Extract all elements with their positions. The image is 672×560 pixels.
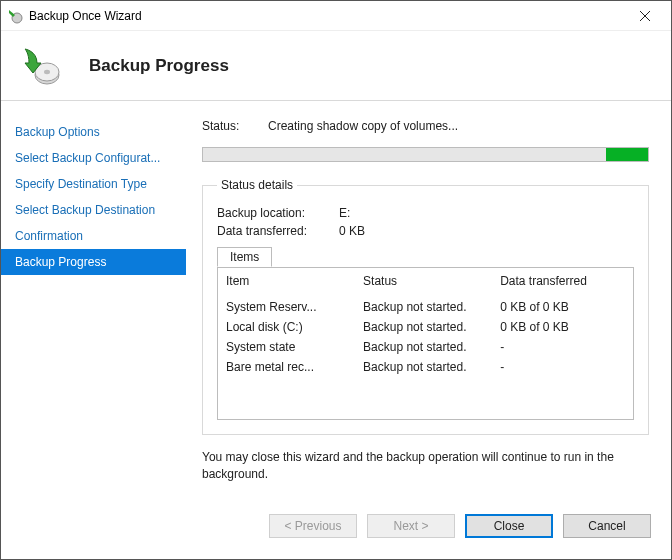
cell-transferred: - [492,357,633,419]
status-label: Status: [202,119,252,133]
svg-point-5 [44,69,50,73]
tab-items[interactable]: Items [217,247,272,267]
close-button[interactable]: Close [465,514,553,538]
cell-status: Backup not started. [355,357,492,419]
status-details-legend: Status details [217,178,297,192]
sidebar-item-backup-options[interactable]: Backup Options [1,119,186,145]
cell-transferred: - [492,337,633,357]
progress-bar [202,147,649,162]
backup-location-label: Backup location: [217,206,325,220]
status-details-group: Status details Backup location: E: Data … [202,178,649,435]
titlebar: Backup Once Wizard [1,1,671,31]
wizard-header: Backup Progress [1,31,671,101]
wizard-steps-sidebar: Backup Options Select Backup Configurat.… [1,101,186,501]
page-title: Backup Progress [89,56,229,76]
table-row[interactable]: Local disk (C:) Backup not started. 0 KB… [218,317,633,337]
cell-item: System Reserv... [218,294,355,317]
cancel-button[interactable]: Cancel [563,514,651,538]
cell-status: Backup not started. [355,294,492,317]
sidebar-item-select-destination[interactable]: Select Backup Destination [1,197,186,223]
cell-item: Bare metal rec... [218,357,355,419]
sidebar-item-select-config[interactable]: Select Backup Configurat... [1,145,186,171]
tab-strip: Items [217,246,634,268]
backup-location-row: Backup location: E: [217,206,634,220]
wizard-footer: < Previous Next > Close Cancel [1,501,671,559]
table-row[interactable]: System Reserv... Backup not started. 0 K… [218,294,633,317]
table-row[interactable]: Bare metal rec... Backup not started. - [218,357,633,419]
cell-item: System state [218,337,355,357]
close-note: You may close this wizard and the backup… [202,449,649,483]
items-table: Item Status Data transferred System Rese… [218,268,633,419]
cell-status: Backup not started. [355,317,492,337]
wizard-window: Backup Once Wizard Backup Progress Backu… [0,0,672,560]
window-close-button[interactable] [625,2,665,30]
app-icon [7,8,23,24]
sidebar-item-destination-type[interactable]: Specify Destination Type [1,171,186,197]
cell-item: Local disk (C:) [218,317,355,337]
next-button: Next > [367,514,455,538]
col-status[interactable]: Status [355,268,492,294]
cell-transferred: 0 KB of 0 KB [492,294,633,317]
backup-icon [19,45,61,87]
items-table-container: Item Status Data transferred System Rese… [217,267,634,420]
sidebar-item-backup-progress[interactable]: Backup Progress [1,249,186,275]
content-panel: Status: Creating shadow copy of volumes.… [186,101,671,501]
sidebar-item-confirmation[interactable]: Confirmation [1,223,186,249]
table-row[interactable]: System state Backup not started. - [218,337,633,357]
col-item[interactable]: Item [218,268,355,294]
previous-button: < Previous [269,514,357,538]
cell-status: Backup not started. [355,337,492,357]
progress-fill [606,148,648,161]
data-transferred-label: Data transferred: [217,224,325,238]
status-row: Status: Creating shadow copy of volumes.… [202,119,649,133]
data-transferred-value: 0 KB [339,224,365,238]
window-title: Backup Once Wizard [29,9,625,23]
data-transferred-row: Data transferred: 0 KB [217,224,634,238]
status-value: Creating shadow copy of volumes... [268,119,458,133]
close-icon [640,11,650,21]
wizard-body: Backup Options Select Backup Configurat.… [1,101,671,501]
backup-location-value: E: [339,206,350,220]
cell-transferred: 0 KB of 0 KB [492,317,633,337]
col-transferred[interactable]: Data transferred [492,268,633,294]
